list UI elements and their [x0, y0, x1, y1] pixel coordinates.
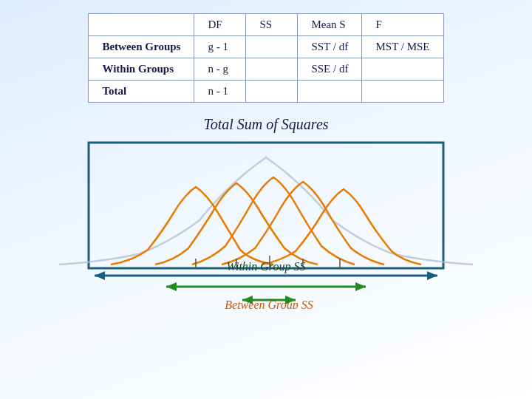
orange-bell-center-right [222, 182, 384, 265]
total-ss-arrow-right [427, 271, 437, 280]
total-ss-arrow-left [95, 271, 105, 280]
row-within-mean: SSE / df [298, 58, 362, 81]
row-within-f [362, 58, 443, 81]
row-within-label: Within Groups [89, 58, 194, 81]
row-between-mean: SST / df [298, 36, 362, 58]
row-total-df: n - 1 [194, 81, 246, 103]
within-ss-arrow-left [166, 282, 177, 291]
row-between-df: g - 1 [194, 36, 246, 58]
diagram-container: Within Group SS Between Group SS [52, 139, 480, 309]
within-ss-arrow-right [355, 282, 366, 291]
anova-table: DF SS Mean S F Between Groups g - 1 SST … [88, 13, 443, 103]
row-between-f: MST / MSE [362, 36, 443, 58]
total-sum-label: Total Sum of Squares [203, 116, 328, 133]
header-ss: SS [246, 14, 298, 36]
wide-bell-curve [59, 157, 473, 265]
header-means: Mean S [298, 14, 362, 36]
row-within-ss [246, 58, 298, 81]
between-group-label: Between Group SS [225, 299, 313, 309]
row-within-df: n - g [194, 58, 246, 81]
header-df: DF [194, 14, 246, 36]
row-total-mean [298, 81, 362, 103]
diagram-section: Total Sum of Squares [37, 116, 495, 309]
row-between-label: Between Groups [89, 36, 194, 58]
diagram-svg: Within Group SS Between Group SS [52, 139, 480, 309]
within-group-label: Within Group SS [227, 260, 306, 273]
row-total-label: Total [89, 81, 194, 103]
row-between-ss [246, 36, 298, 58]
row-total-ss [246, 81, 298, 103]
row-total-f [362, 81, 443, 103]
header-f: F [362, 14, 443, 36]
header-empty [89, 14, 194, 36]
